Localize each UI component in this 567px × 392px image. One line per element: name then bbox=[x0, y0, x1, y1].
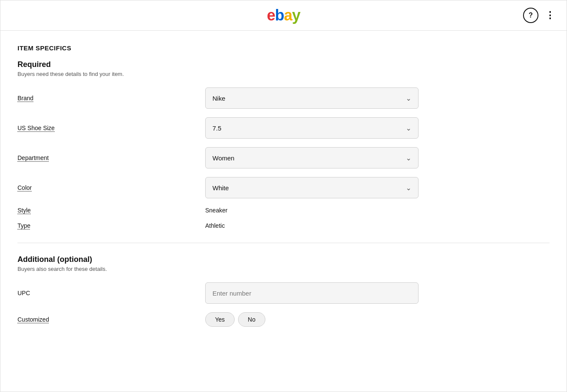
color-label: Color bbox=[17, 184, 205, 191]
type-label: Type bbox=[17, 222, 205, 229]
style-value: Sneaker bbox=[205, 207, 227, 214]
color-field-row: Color White ⌄ bbox=[17, 177, 550, 198]
additional-description: Buyers also search for these details. bbox=[17, 266, 550, 272]
department-dropdown[interactable]: Women ⌄ bbox=[205, 147, 419, 168]
logo-a: a bbox=[284, 6, 292, 24]
shoe-size-field-row: US Shoe Size 7.5 ⌄ bbox=[17, 117, 550, 139]
shoe-size-chevron-icon: ⌄ bbox=[406, 124, 411, 132]
brand-dropdown[interactable]: Nike ⌄ bbox=[205, 87, 419, 109]
brand-chevron-icon: ⌄ bbox=[406, 94, 411, 102]
color-chevron-icon: ⌄ bbox=[406, 184, 411, 192]
main-content: ITEM SPECIFICS Required Buyers need thes… bbox=[0, 31, 567, 392]
more-icon: ⋮ bbox=[545, 11, 555, 20]
ebay-logo: ebay bbox=[267, 6, 300, 24]
additional-section: Additional (optional) Buyers also search… bbox=[17, 255, 550, 327]
section-divider bbox=[17, 243, 550, 243]
app-container: ebay ? ⋮ ITEM SPECIFICS Required Buyers … bbox=[0, 0, 567, 392]
customized-label: Customized bbox=[17, 316, 205, 323]
color-value: White bbox=[212, 184, 229, 192]
customized-field-row: Customized Yes No bbox=[17, 312, 550, 327]
department-field-row: Department Women ⌄ bbox=[17, 147, 550, 168]
logo-y: y bbox=[292, 6, 300, 24]
shoe-size-label: US Shoe Size bbox=[17, 125, 205, 131]
section-title: ITEM SPECIFICS bbox=[17, 44, 550, 52]
logo-b: b bbox=[275, 6, 284, 24]
brand-field-row: Brand Nike ⌄ bbox=[17, 87, 550, 109]
customized-yes-button[interactable]: Yes bbox=[205, 312, 235, 327]
department-label: Department bbox=[17, 154, 205, 161]
color-dropdown[interactable]: White ⌄ bbox=[205, 177, 419, 198]
shoe-size-value: 7.5 bbox=[212, 125, 221, 132]
style-label: Style bbox=[17, 207, 205, 214]
logo-e: e bbox=[267, 6, 275, 24]
brand-value: Nike bbox=[212, 95, 225, 102]
department-chevron-icon: ⌄ bbox=[406, 154, 411, 162]
upc-field-row: UPC bbox=[17, 282, 550, 304]
shoe-size-dropdown[interactable]: 7.5 ⌄ bbox=[205, 117, 419, 139]
upc-input[interactable] bbox=[205, 282, 419, 304]
type-value: Athletic bbox=[205, 222, 225, 229]
required-description: Buyers need these details to find your i… bbox=[17, 71, 550, 77]
required-title: Required bbox=[17, 60, 550, 69]
header: ebay ? ⋮ bbox=[0, 0, 567, 31]
brand-label: Brand bbox=[17, 95, 205, 102]
help-button[interactable]: ? bbox=[523, 8, 538, 23]
customized-no-button[interactable]: No bbox=[238, 312, 265, 327]
upc-label: UPC bbox=[17, 290, 205, 296]
type-field-row: Type Athletic bbox=[17, 222, 550, 229]
additional-title: Additional (optional) bbox=[17, 255, 550, 264]
header-actions: ? ⋮ bbox=[523, 8, 556, 23]
style-field-row: Style Sneaker bbox=[17, 207, 550, 214]
required-section: Required Buyers need these details to fi… bbox=[17, 60, 550, 229]
customized-toggle-group: Yes No bbox=[205, 312, 265, 327]
department-value: Women bbox=[212, 154, 234, 162]
more-menu-button[interactable]: ⋮ bbox=[544, 9, 556, 22]
